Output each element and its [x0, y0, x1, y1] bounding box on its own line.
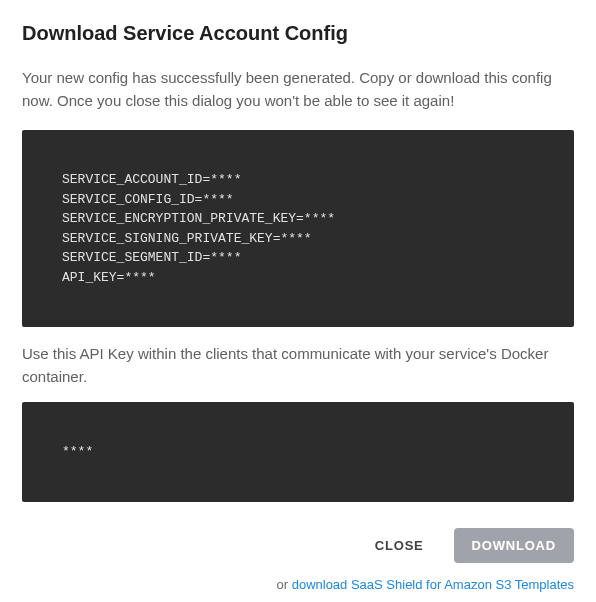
download-button[interactable]: DOWNLOAD [454, 528, 574, 563]
download-templates-link[interactable]: download SaaS Shield for Amazon S3 Templ… [292, 577, 574, 592]
api-key-note: Use this API Key within the clients that… [22, 343, 574, 388]
close-button[interactable]: CLOSE [357, 528, 442, 563]
dialog-description: Your new config has successfully been ge… [22, 67, 574, 112]
config-code-block[interactable]: SERVICE_ACCOUNT_ID=**** SERVICE_CONFIG_I… [22, 130, 574, 327]
template-download-row: or download SaaS Shield for Amazon S3 Te… [22, 577, 574, 592]
template-prefix: or [277, 577, 292, 592]
api-key-code-block[interactable]: **** [22, 402, 574, 502]
dialog-title: Download Service Account Config [22, 22, 574, 45]
dialog-button-row: CLOSE DOWNLOAD [22, 528, 574, 563]
